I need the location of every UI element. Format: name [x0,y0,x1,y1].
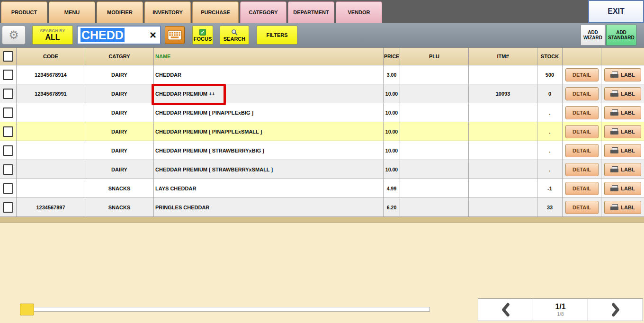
cell-labl: LABL [601,84,644,103]
cell-plu [400,160,469,179]
row-checkbox[interactable] [3,108,13,118]
toolbar: ⚙ SEARCH BY ALL CHEDD × ✓ [0,23,644,47]
horizontal-scrollbar-track[interactable] [20,307,430,312]
row-checkbox-cell [0,84,17,103]
cell-name: CHEDDAR PREMIUM ++ [154,84,384,103]
tab-department[interactable]: DEPARTMENT [288,1,334,23]
page-number: 1/1 [555,303,565,311]
filters-button[interactable]: FILTERS [257,26,297,45]
add-wizard-button[interactable]: ADD WIZARD [581,25,605,45]
label-button[interactable]: LABL [604,182,641,195]
row-checkbox[interactable] [3,145,13,156]
header-itm[interactable]: ITM# [469,48,537,65]
page-indicator: 1/1 1/8 [533,298,588,321]
prev-page-button[interactable] [478,298,533,321]
cell-category: SNACKS [85,198,154,216]
printer-icon [610,72,618,78]
search-by-button[interactable]: SEARCH BY ALL [32,26,73,45]
row-checkbox[interactable] [3,89,13,99]
tab-modifier[interactable]: MODIFIER [97,1,143,23]
cell-category: DAIRY [85,103,154,122]
search-button[interactable]: SEARCH [220,26,249,45]
horizontal-scrollbar-thumb[interactable] [20,304,34,315]
row-checkbox[interactable] [3,183,13,194]
cell-name: CHEDDAR PREMIUM [ STRAWBERRYxSMALL ] [154,160,384,179]
label-button[interactable]: LABL [604,201,641,214]
label-button[interactable]: LABL [604,106,641,119]
keyboard-button[interactable] [165,26,185,44]
settings-button[interactable]: ⚙ [2,26,26,45]
printer-icon [610,166,618,173]
cell-itm: 10093 [469,84,537,103]
cell-labl: LABL [601,141,644,160]
row-checkbox-cell [0,198,17,216]
add-standard-button[interactable]: ADD STANDARD [606,25,636,45]
cell-plu [400,84,469,103]
cell-detail: DETAIL [563,141,601,160]
cell-stock: 500 [537,65,563,84]
cell-price: 10.00 [384,103,400,122]
tab-vendor[interactable]: VENDOR [336,1,382,23]
tab-menu[interactable]: MENU [49,1,95,23]
gear-icon: ⚙ [9,29,19,41]
row-checkbox[interactable] [3,202,13,213]
row-checkbox[interactable] [3,126,13,137]
cell-plu [400,198,469,216]
tab-category[interactable]: CATEGORY [240,1,286,23]
cell-labl: LABL [601,179,644,197]
cell-stock: . [537,103,563,122]
header-category[interactable]: CATGRY [85,48,154,65]
clear-search-icon[interactable]: × [150,29,160,41]
header-plu[interactable]: PLU [400,48,469,65]
cell-code: 12345678914 [17,65,85,84]
cell-price: 10.00 [384,84,400,103]
detail-button[interactable]: DETAIL [565,106,599,119]
cell-code [17,179,85,197]
label-button[interactable]: LABL [604,163,641,176]
label-button[interactable]: LABL [604,125,641,138]
search-input[interactable]: CHEDD × [77,26,161,45]
detail-button[interactable]: DETAIL [565,182,599,195]
printer-icon [610,147,618,154]
cell-plu [400,65,469,84]
cell-price: 3.00 [384,65,400,84]
detail-button[interactable]: DETAIL [565,68,599,81]
header-price[interactable]: PRICE [384,48,400,65]
detail-button[interactable]: DETAIL [565,125,599,138]
cell-detail: DETAIL [563,122,601,141]
tab-inventory[interactable]: INVENTORY [144,1,191,23]
header-name[interactable]: NAME [154,48,384,65]
cell-itm [469,160,537,179]
label-button[interactable]: LABL [604,68,641,81]
label-button[interactable]: LABL [604,144,641,157]
focus-button[interactable]: ✓ FOCUS [192,26,213,45]
header-stock[interactable]: STOCK [537,48,563,65]
search-by-value: ALL [45,33,60,42]
cell-stock: -1 [537,179,563,197]
detail-button[interactable]: DETAIL [565,87,599,100]
detail-button[interactable]: DETAIL [565,163,599,176]
exit-button[interactable]: EXIT [588,0,644,23]
filters-label: FILTERS [266,32,287,38]
cell-name: PRINGLES CHEDDAR [154,198,384,216]
next-page-button[interactable] [588,298,643,321]
table-body: 12345678914DAIRYCHEDDAR3.00500DETAILLABL… [0,65,644,217]
header-detail-spacer [563,48,601,65]
row-checkbox[interactable] [3,70,13,80]
row-checkbox-cell [0,179,17,197]
select-all-checkbox[interactable] [3,51,13,62]
header-code[interactable]: CODE [17,48,85,65]
tab-purchase[interactable]: PURCHASE [192,1,239,23]
tab-product[interactable]: PRODUCT [1,1,47,23]
cell-category: SNACKS [85,179,154,197]
cell-price: 10.00 [384,160,400,179]
cell-labl: LABL [601,122,644,141]
cell-detail: DETAIL [563,160,601,179]
label-button[interactable]: LABL [604,87,641,100]
table-bottom-strip [0,217,644,223]
detail-button[interactable]: DETAIL [565,144,599,157]
row-checkbox[interactable] [3,164,13,175]
cell-detail: DETAIL [563,198,601,216]
detail-button[interactable]: DETAIL [565,201,599,214]
focus-label: FOCUS [194,36,212,42]
